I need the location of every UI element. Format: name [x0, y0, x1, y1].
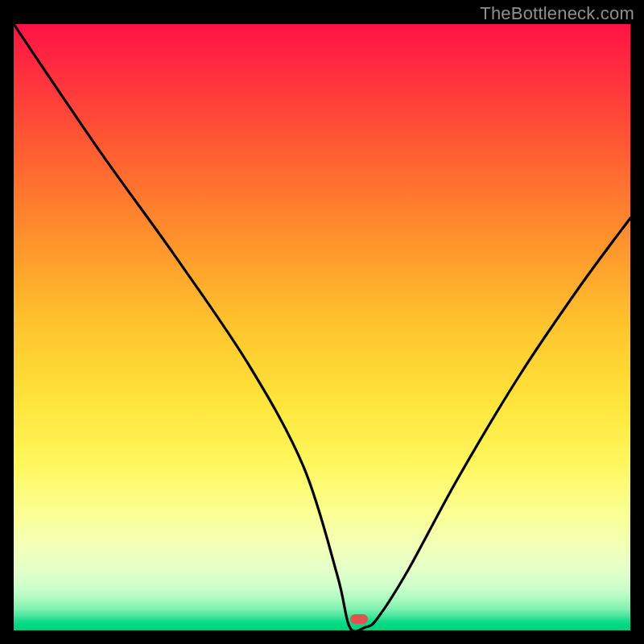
chart-frame: TheBottleneck.com: [0, 0, 644, 644]
bottleneck-curve: [14, 24, 630, 630]
plot-area: [14, 24, 630, 630]
attribution-label: TheBottleneck.com: [480, 3, 634, 24]
optimal-point-marker: [350, 614, 368, 624]
